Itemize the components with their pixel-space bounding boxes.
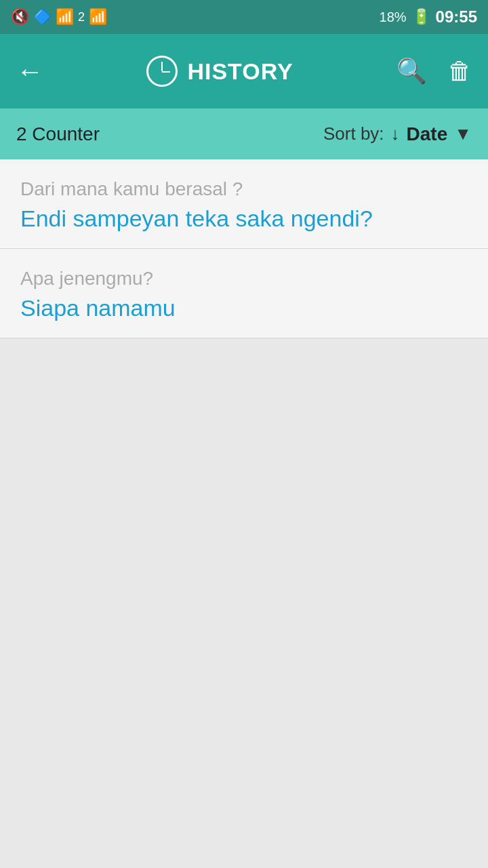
delete-button[interactable]: 🗑 (447, 57, 472, 85)
battery-label: 18% (380, 9, 407, 25)
battery-icon: 🔋 (412, 8, 430, 26)
sort-value: Date (407, 123, 448, 145)
subheader: 2 Counter Sort by: ↓ Date ▼ (0, 108, 488, 159)
empty-area (0, 338, 488, 868)
sim-icon: 2 (78, 10, 85, 24)
list-item[interactable]: Apa jenengmu? Siapa namamu (0, 249, 488, 338)
signal-icon: 📶 (89, 8, 107, 26)
bluetooth-icon: 🔷 (33, 8, 52, 26)
original-text-2: Apa jenengmu? (20, 268, 468, 290)
search-button[interactable]: 🔍 (396, 57, 427, 85)
history-list: Dari mana kamu berasal ? Endi sampeyan t… (0, 159, 488, 338)
status-bar-right: 18% 🔋 09:55 (380, 7, 477, 26)
history-clock-icon (146, 56, 178, 87)
app-bar-actions: 🔍 🗑 (396, 57, 472, 85)
volume-icon: 🔇 (11, 8, 29, 26)
app-bar-center: HISTORY (146, 56, 293, 87)
sort-arrow-icon: ↓ (391, 123, 400, 144)
status-bar-left: 🔇 🔷 📶 2 📶 (11, 8, 107, 26)
list-item[interactable]: Dari mana kamu berasal ? Endi sampeyan t… (0, 159, 488, 249)
app-bar-title: HISTORY (187, 58, 293, 85)
back-button[interactable]: ← (16, 56, 43, 87)
counter-label: 2 Counter (16, 123, 100, 145)
sort-dropdown-icon[interactable]: ▼ (454, 123, 472, 144)
translation-text-1: Endi sampeyan teka saka ngendi? (20, 205, 468, 232)
sort-section[interactable]: Sort by: ↓ Date ▼ (323, 123, 472, 145)
time-label: 09:55 (436, 7, 477, 26)
original-text-1: Dari mana kamu berasal ? (20, 178, 468, 200)
wifi-icon: 📶 (56, 8, 74, 26)
sort-by-label: Sort by: (323, 123, 384, 144)
translation-text-2: Siapa namamu (20, 295, 468, 321)
status-bar: 🔇 🔷 📶 2 📶 18% 🔋 09:55 (0, 0, 488, 34)
app-bar: ← HISTORY 🔍 🗑 (0, 34, 488, 108)
